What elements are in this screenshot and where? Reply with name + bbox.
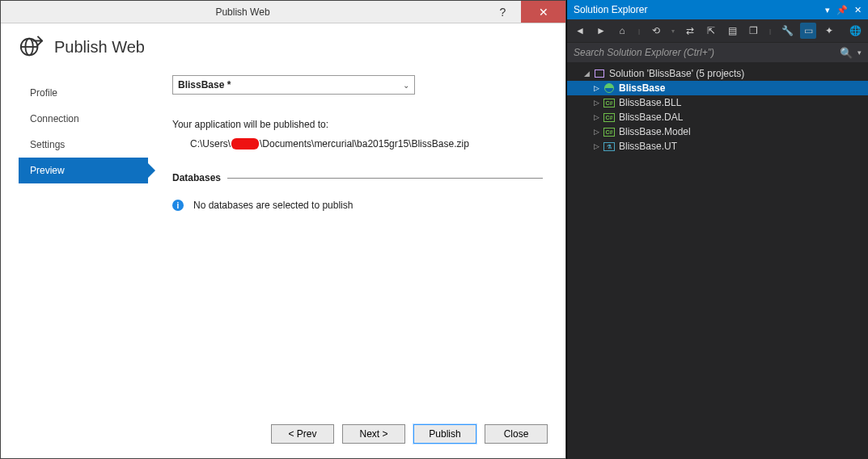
prev-button[interactable]: < Prev (271, 424, 334, 444)
solution-tree: ◢ Solution 'BlissBase' (5 projects) ▷ Bl… (567, 63, 868, 459)
project-blissbase-ut[interactable]: ▷ ⚗ BlissBase.UT (567, 139, 868, 154)
publish-path-pre: C:\Users\ (190, 138, 231, 149)
profile-dropdown[interactable]: BlissBase * ⌄ (172, 75, 415, 95)
publish-path-post: \Documents\mercurial\ba2015gr15\BlissBas… (260, 138, 469, 149)
back-icon[interactable]: ◄ (572, 23, 588, 39)
project-label: BlissBase.BLL (619, 97, 681, 108)
nav-connection[interactable]: Connection (19, 106, 148, 132)
expand-icon[interactable]: ▷ (591, 84, 601, 92)
csharp-project-icon: C# (603, 112, 616, 123)
project-label: BlissBase.DAL (619, 112, 683, 123)
dialog-titlebar: Publish Web ? ✕ (1, 1, 565, 23)
project-blissbase[interactable]: ▷ BlissBase (567, 81, 868, 95)
forward-icon[interactable]: ► (593, 23, 609, 39)
project-label: BlissBase.Model (619, 126, 691, 137)
section-divider (227, 178, 543, 179)
next-button[interactable]: Next > (342, 424, 405, 444)
search-icon: 🔍 (840, 47, 853, 59)
publish-target-label: Your application will be published to: (172, 119, 543, 130)
publish-path: C:\Users\ \Documents\mercurial\ba2015gr1… (172, 135, 543, 149)
titlebar-buttons: ? ✕ (485, 1, 565, 23)
test-project-icon: ⚗ (603, 141, 616, 152)
expand-icon[interactable]: ◢ (582, 69, 591, 78)
expand-icon[interactable]: ▷ (591, 99, 601, 107)
project-blissbase-bll[interactable]: ▷ C# BlissBase.BLL (567, 95, 868, 110)
databases-section-header: Databases (172, 172, 543, 183)
preview-selected-icon[interactable]: ▭ (800, 23, 816, 39)
nav-preview[interactable]: Preview (19, 158, 148, 183)
search-dropdown-icon[interactable]: ▾ (857, 48, 862, 57)
expand-icon[interactable]: ▷ (591, 128, 601, 136)
publish-web-icon (19, 35, 43, 59)
class-view-icon[interactable]: ✦ (821, 23, 837, 39)
solution-node[interactable]: ◢ Solution 'BlissBase' (5 projects) (567, 66, 868, 81)
toolbar-dropdown-icon[interactable]: ▾ (669, 23, 677, 39)
collapse-icon[interactable]: ⇱ (703, 23, 719, 39)
chevron-down-icon: ⌄ (403, 81, 409, 90)
solution-label: Solution 'BlissBase' (5 projects) (609, 68, 744, 79)
project-blissbase-model[interactable]: ▷ C# BlissBase.Model (567, 124, 868, 139)
no-databases-info: i No databases are selected to publish (172, 200, 543, 211)
databases-heading: Databases (172, 172, 221, 183)
panel-title-buttons: ▾ 📌 ✕ (825, 5, 862, 15)
project-label: BlissBase (619, 82, 665, 94)
toolbar-separator: | (635, 23, 643, 39)
csharp-project-icon: C# (603, 97, 616, 108)
close-window-button[interactable]: ✕ (521, 1, 565, 23)
expand-icon[interactable]: ▷ (591, 142, 601, 150)
show-all-icon[interactable]: ▤ (724, 23, 740, 39)
panel-close-icon[interactable]: ✕ (854, 5, 862, 15)
expand-icon[interactable]: ▷ (591, 113, 601, 121)
help-button[interactable]: ? (485, 1, 521, 23)
solution-explorer-panel: Solution Explorer ▾ 📌 ✕ ◄ ► ⌂ | ⟲ ▾ ⇄ ⇱ … (566, 0, 868, 459)
copy-icon[interactable]: ❐ (745, 23, 761, 39)
globe-icon[interactable]: 🌐 (847, 23, 863, 39)
wizard-content: BlissBase * ⌄ Your application will be p… (148, 70, 548, 408)
solution-icon (593, 68, 606, 79)
search-placeholder: Search Solution Explorer (Ctrl+") (574, 47, 835, 58)
dialog-title: Publish Web (1, 6, 485, 18)
properties-icon[interactable]: 🔧 (779, 23, 795, 39)
publish-web-dialog: Publish Web ? ✕ Publish Web Profile Conn… (0, 0, 566, 459)
project-blissbase-dal[interactable]: ▷ C# BlissBase.DAL (567, 110, 868, 124)
redacted-username (231, 138, 259, 149)
panel-menu-icon[interactable]: ▾ (825, 5, 830, 15)
solution-explorer-title: Solution Explorer (574, 4, 647, 15)
project-label: BlissBase.UT (619, 141, 677, 152)
csharp-project-icon: C# (603, 126, 616, 137)
nav-profile[interactable]: Profile (19, 80, 148, 106)
solution-explorer-search[interactable]: Search Solution Explorer (Ctrl+") 🔍 ▾ (567, 43, 868, 62)
pin-icon[interactable]: 📌 (836, 5, 848, 15)
web-project-icon (603, 82, 616, 94)
publish-button[interactable]: Publish (413, 424, 476, 444)
sync-icon[interactable]: ⟲ (648, 23, 664, 39)
info-icon: i (172, 200, 184, 211)
nav-settings[interactable]: Settings (19, 132, 148, 158)
dialog-buttons: < Prev Next > Publish Close (1, 416, 565, 458)
close-button[interactable]: Close (485, 424, 548, 444)
dialog-header: Publish Web (1, 23, 565, 70)
toolbar-separator: | (766, 23, 774, 39)
dialog-heading: Publish Web (54, 38, 145, 57)
no-databases-message: No databases are selected to publish (193, 200, 353, 211)
profile-dropdown-value: BlissBase * (178, 79, 231, 91)
refresh-icon[interactable]: ⇄ (682, 23, 698, 39)
solution-explorer-toolbar: ◄ ► ⌂ | ⟲ ▾ ⇄ ⇱ ▤ ❐ | 🔧 ▭ ✦ 🌐 (567, 19, 868, 42)
wizard-nav: Profile Connection Settings Preview (19, 70, 148, 408)
solution-explorer-titlebar: Solution Explorer ▾ 📌 ✕ (567, 0, 868, 19)
home-icon[interactable]: ⌂ (614, 23, 630, 39)
